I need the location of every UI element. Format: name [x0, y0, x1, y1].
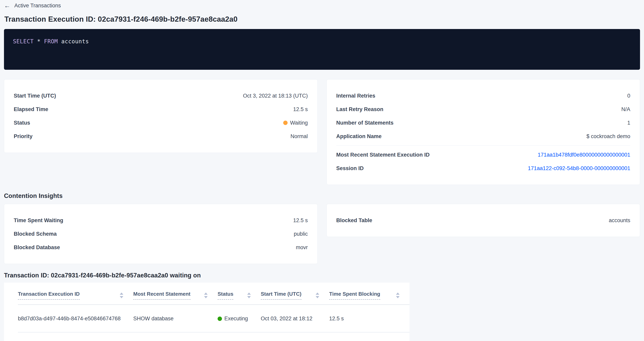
column-label[interactable]: Time Spent Blocking	[329, 291, 380, 300]
row-value: movr	[296, 244, 308, 251]
column-label[interactable]: Transaction Execution ID	[18, 291, 80, 300]
waiting-on-table-container: Transaction Execution ID Most Recent Sta…	[4, 283, 410, 341]
waiting-on-table: Transaction Execution ID Most Recent Sta…	[18, 283, 410, 333]
cell-transaction-execution-id: b8d7d03a-d497-446b-8474-e50846674768	[18, 305, 133, 332]
row-value: public	[294, 231, 308, 237]
row-label: Session ID	[336, 165, 370, 172]
row-value: Normal	[290, 133, 308, 140]
contention-row-time-spent-waiting: Time Spent Waiting 12.5 s	[14, 214, 308, 227]
back-arrow-icon: ←	[4, 2, 10, 9]
row-label: Blocked Database	[14, 244, 66, 251]
column-header-time-spent-blocking[interactable]: Time Spent Blocking	[329, 283, 410, 305]
cell-time-spent-blocking: 12.5 s	[329, 305, 410, 332]
summary-row-start-time: Start Time (UTC) Oct 3, 2022 at 18:13 (U…	[14, 89, 308, 102]
contention-row-blocked-table: Blocked Table accounts	[336, 214, 630, 227]
summary-row-number-of-statements: Number of Statements 1	[336, 116, 630, 130]
back-link-active-transactions[interactable]: ← Active Transactions	[4, 0, 61, 9]
row-label: Blocked Schema	[14, 231, 63, 237]
row-label: Elapsed Time	[14, 106, 54, 113]
status-text: Executing	[224, 316, 248, 322]
contention-row-blocked-database: Blocked Database movr	[14, 241, 308, 254]
waiting-on-table-header: Transaction Execution ID Most Recent Sta…	[18, 283, 410, 305]
row-label: Number of Statements	[336, 119, 400, 126]
column-header-transaction-execution-id[interactable]: Transaction Execution ID	[18, 283, 133, 305]
sql-keyword-select: SELECT	[13, 38, 34, 45]
contention-card-left: Time Spent Waiting 12.5 s Blocked Schema…	[4, 204, 318, 264]
row-value: Oct 3, 2022 at 18:13 (UTC)	[243, 92, 308, 99]
contention-row-blocked-schema: Blocked Schema public	[14, 227, 308, 241]
overview-summary-card-left: Start Time (UTC) Oct 3, 2022 at 18:13 (U…	[4, 79, 318, 153]
sql-table-name: accounts	[58, 38, 89, 45]
column-label[interactable]: Start Time (UTC)	[261, 291, 302, 300]
sql-keyword-from: FROM	[44, 38, 58, 45]
summary-row-internal-retries: Internal Retries 0	[336, 89, 630, 102]
sort-icon[interactable]	[316, 293, 319, 298]
waiting-on-heading: Transaction ID: 02ca7931-f246-469b-b2fe-…	[4, 272, 640, 279]
status-value: Waiting	[283, 119, 308, 126]
cell-start-time: Oct 03, 2022 at 18:12	[261, 305, 329, 332]
statement-execution-id-link[interactable]: 171aa1b478fdf0e80000000000000001	[538, 151, 630, 158]
session-id-link[interactable]: 171aa122-c092-54b8-0000-000000000001	[528, 165, 630, 172]
row-value: 1	[627, 119, 630, 126]
sort-icon[interactable]	[396, 293, 400, 298]
sort-icon[interactable]	[204, 293, 208, 298]
row-label: Status	[14, 119, 36, 126]
row-value: 0	[627, 92, 630, 99]
sql-statement-box: SELECT * FROM accounts	[4, 29, 640, 70]
active-transaction-details-page: ← Active Transactions Transaction Execut…	[0, 0, 644, 341]
row-label: Start Time (UTC)	[14, 92, 62, 99]
summary-row-most-recent-statement-execution-id: Most Recent Statement Execution ID 171aa…	[336, 148, 630, 162]
sort-icon[interactable]	[120, 293, 123, 298]
row-label: Priority	[14, 133, 38, 140]
column-label[interactable]: Most Recent Statement	[133, 291, 190, 300]
back-link-label: Active Transactions	[14, 2, 61, 9]
sort-icon[interactable]	[247, 293, 251, 298]
table-row: b8d7d03a-d497-446b-8474-e50846674768 SHO…	[18, 305, 410, 332]
row-label: Internal Retries	[336, 92, 382, 99]
row-value: N/A	[621, 106, 630, 113]
status-waiting-dot-icon	[283, 121, 288, 125]
summary-row-session-id: Session ID 171aa122-c092-54b8-0000-00000…	[336, 162, 630, 175]
contention-insights-heading: Contention Insights	[4, 192, 640, 200]
column-label[interactable]: Status	[218, 291, 233, 300]
row-label: Last Retry Reason	[336, 106, 390, 113]
row-value: 12.5 s	[293, 217, 308, 224]
summary-row-application-name: Application Name $ cockroach demo	[336, 130, 630, 143]
row-label: Application Name	[336, 133, 388, 140]
row-label: Time Spent Waiting	[14, 217, 69, 224]
column-header-most-recent-statement[interactable]: Most Recent Statement	[133, 283, 218, 305]
summary-row-elapsed-time: Elapsed Time 12.5 s	[14, 102, 308, 116]
contention-card-right: Blocked Table accounts	[326, 204, 640, 237]
row-label: Blocked Table	[336, 217, 378, 224]
row-label: Most Recent Statement Execution ID	[336, 151, 436, 158]
page-title: Transaction Execution ID: 02ca7931-f246-…	[4, 15, 640, 23]
row-value: $ cockroach demo	[586, 133, 630, 140]
status-text: Waiting	[290, 119, 308, 126]
column-header-status[interactable]: Status	[218, 283, 261, 305]
contention-cards-row: Time Spent Waiting 12.5 s Blocked Schema…	[4, 204, 640, 264]
card-divider	[336, 145, 630, 146]
summary-row-status: Status Waiting	[14, 116, 308, 130]
summary-row-priority: Priority Normal	[14, 130, 308, 143]
cell-most-recent-statement: SHOW database	[133, 305, 218, 332]
row-value: accounts	[609, 217, 630, 224]
summary-row-last-retry-reason: Last Retry Reason N/A	[336, 102, 630, 116]
overview-summary-card-right: Internal Retries 0 Last Retry Reason N/A…	[326, 79, 640, 185]
column-header-start-time[interactable]: Start Time (UTC)	[261, 283, 329, 305]
row-value: 12.5 s	[293, 106, 308, 113]
sql-star: *	[34, 38, 44, 45]
status-executing-dot-icon	[218, 317, 222, 321]
overview-cards-row: Start Time (UTC) Oct 3, 2022 at 18:13 (U…	[4, 79, 640, 185]
cell-status: Executing	[218, 305, 261, 332]
